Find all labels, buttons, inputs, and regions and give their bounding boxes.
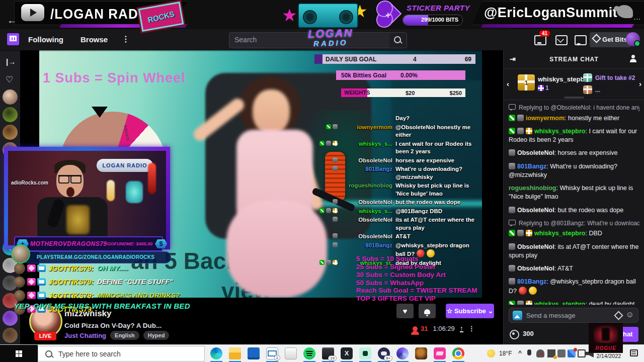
taskbar-badge-stack: 19: [328, 355, 337, 361]
community-users-icon[interactable]: [629, 55, 638, 63]
banner-right-underline: [481, 24, 634, 28]
taskbar-icon-spotify[interactable]: [303, 347, 315, 359]
mod-badge: [509, 128, 515, 134]
album-art-figure: [594, 326, 618, 343]
category-row: Just Chatting English Hyped: [64, 331, 169, 340]
overlay-badges: [321, 115, 339, 123]
notify-bell-button[interactable]: [419, 304, 436, 318]
chat-username[interactable]: ObsoleteNol: [517, 207, 554, 214]
chat-username[interactable]: whiskys_stepbro: [534, 301, 585, 305]
leaderboard-next-icon[interactable]: ›: [639, 79, 641, 88]
taskbar-icon-eagle[interactable]: [415, 347, 427, 359]
second-gifter-text[interactable]: Gift to take #2: [595, 74, 639, 81]
taskbar-search-input[interactable]: Type here to search: [38, 346, 205, 361]
tag-english[interactable]: English: [110, 331, 139, 340]
category-link[interactable]: Just Chatting: [64, 332, 106, 339]
sidebar-channel-avatar[interactable]: [3, 89, 18, 105]
user-avatar[interactable]: [626, 32, 640, 46]
diamond-badge-icon: [27, 264, 36, 272]
start-button[interactable]: [0, 345, 38, 362]
get-bits-button[interactable]: Get Bits: [590, 32, 631, 47]
taskbar-icon-mail[interactable]: 1: [266, 347, 278, 359]
taskbar-icon-store[interactable]: [248, 347, 260, 359]
follow-button[interactable]: ♥: [396, 304, 414, 318]
chat-username[interactable]: ObsoleteNol: [517, 149, 554, 156]
bits-icon[interactable]: [614, 311, 623, 320]
chat-message-input[interactable]: Send a message ☺: [509, 308, 638, 323]
channel-points-icon[interactable]: [510, 330, 519, 339]
chat-bubble-icon[interactable]: [575, 35, 587, 45]
weather-icon[interactable]: [487, 349, 495, 357]
overlay-chat-row: rogueshinobiogWhisky best pick up line i…: [321, 182, 478, 198]
chat-message: iownyermom: honestly me either: [509, 114, 639, 123]
reply-icon: [509, 104, 516, 110]
taskbar-icon-xapp[interactable]: X: [341, 347, 353, 359]
whispers-icon[interactable]: [555, 35, 568, 45]
gray-badge: [333, 124, 338, 129]
microphone-tray-icon[interactable]: [527, 349, 531, 355]
banner-channel-title: /LOGAN RADIO: [50, 6, 153, 22]
taskbar-date[interactable]: 2/14/2022: [593, 353, 625, 359]
taskbar-icon-notes[interactable]: [285, 347, 297, 359]
back-arrow-icon[interactable]: ←: [7, 15, 17, 26]
overlay-username: whiskys_s...: [340, 208, 392, 216]
sidebar-channel-avatar[interactable]: [3, 107, 18, 122]
chat-identity-badge-icon[interactable]: [513, 311, 522, 320]
chat-message-list[interactable]: Replying to @ObsoleteNol: i havent done …: [504, 103, 644, 305]
player-more-icon[interactable]: ⋮: [468, 325, 475, 332]
taskbar-icon-discord[interactable]: 9+: [378, 347, 390, 359]
taskbar-icon-explorer[interactable]: [229, 347, 241, 359]
gray-badge: [509, 163, 515, 169]
notifications-icon[interactable]: [534, 35, 546, 45]
camera-tray-icon[interactable]: [557, 349, 566, 357]
expand-sidebar-icon[interactable]: |→: [6, 57, 16, 66]
tag-hyped[interactable]: Hyped: [143, 331, 170, 340]
blocks-tray-icon[interactable]: [568, 349, 576, 357]
stream-top-banner: /LOGAN RADIO ROCKS ← ★ ★ + STICKER PARTY…: [0, 0, 644, 29]
sidebar-channel-avatar[interactable]: [3, 328, 18, 343]
donor-name: MOTHEROVDRAGONS79: [30, 240, 107, 247]
overlay-username: iownyermom: [340, 124, 392, 139]
taskbar-icon-stack[interactable]: 19: [322, 347, 334, 359]
mod-badge: [319, 141, 325, 146]
nav-browse-link[interactable]: Browse: [80, 35, 108, 44]
display-tray-icon[interactable]: [578, 349, 586, 357]
taskbar-temperature[interactable]: 18°F: [499, 350, 512, 357]
chat-username[interactable]: iownyermom: [526, 115, 565, 122]
overlay-message-text: @801Bangz DBD: [395, 208, 442, 216]
chat-username[interactable]: 801Bangz: [517, 278, 546, 285]
gray-badge: [517, 115, 524, 121]
taskbar-icon-chrome[interactable]: [452, 347, 464, 359]
chat-username[interactable]: ObsoleteNol: [517, 243, 554, 250]
nav-following-link[interactable]: Following: [28, 35, 63, 44]
chat-username[interactable]: 801Bangz: [517, 163, 546, 170]
reply-context: Replying to @ObsoleteNol: i havent done …: [509, 104, 639, 112]
taskbar-icon-greencam[interactable]: [359, 347, 371, 359]
streamer-face-shape: [253, 89, 290, 134]
taskbar-icon-swirl[interactable]: [396, 347, 409, 359]
action-center-icon[interactable]: [630, 349, 638, 356]
chat-username[interactable]: whiskys_stepbro: [534, 128, 585, 135]
taskbar-search-placeholder: Type here to search: [58, 350, 121, 358]
search-button[interactable]: [389, 33, 407, 48]
logan-radio-neon-logo: LOGAN RADIO: [297, 26, 364, 53]
chat-username[interactable]: whiskys_stepbro: [534, 230, 585, 237]
onedrive-tray-icon[interactable]: [536, 349, 544, 357]
share-icon[interactable]: ↑: [460, 325, 463, 332]
subscribe-button[interactable]: ☆ Subscribe ⌄: [446, 304, 494, 318]
chat-username[interactable]: rogueshinobiog: [509, 185, 556, 192]
mail-tray-icon[interactable]: [547, 349, 555, 357]
emote-picker-icon[interactable]: ☺: [626, 310, 634, 319]
leaderboard-prev-icon[interactable]: ‹: [507, 79, 509, 88]
tray-chevron-icon[interactable]: ^: [518, 349, 526, 357]
chat-message: 801Bangz: @whiskys_stepbro dragon ball D…: [509, 278, 639, 296]
twitch-logo-icon[interactable]: [7, 33, 19, 45]
chat-username[interactable]: ObsoleteNol: [517, 265, 554, 272]
sidebar-channel-avatar[interactable]: [3, 125, 18, 140]
nav-more-menu-icon[interactable]: ⋮: [122, 34, 130, 44]
leaderboard-resize-handle[interactable]: [564, 97, 584, 99]
cohost-webcam-video: LOGAN RADIO adioRocks.com: [8, 151, 166, 245]
taskbar-icon-edge[interactable]: [210, 347, 222, 359]
bits-gem-icon: [592, 34, 601, 43]
taskbar-icon-pinkapp[interactable]: [434, 347, 446, 359]
